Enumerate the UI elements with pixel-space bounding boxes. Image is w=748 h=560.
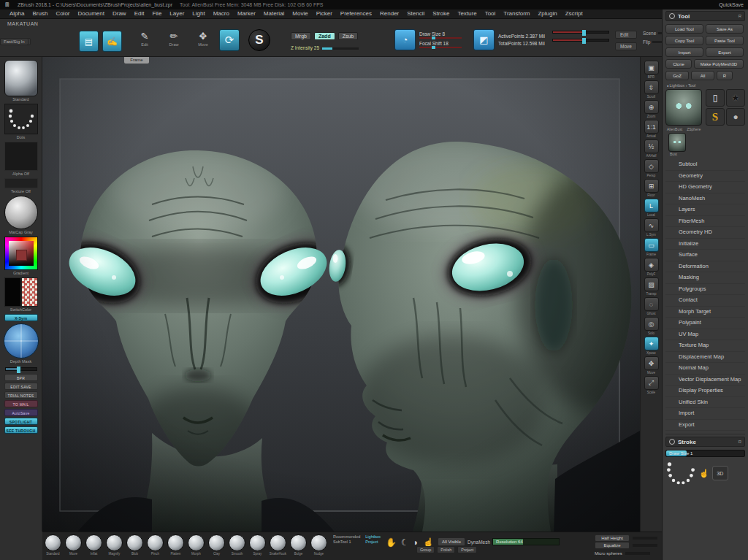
subpalette-row[interactable]: Display Properties [665, 386, 745, 397]
brush-preset[interactable]: Nudge [310, 534, 328, 556]
menu-item[interactable]: Color [52, 9, 73, 18]
polyf-icon[interactable]: ◈ PolyF [644, 258, 659, 276]
brush-preset[interactable]: Inflat [85, 534, 103, 556]
subpalette-row[interactable]: Polypaint [665, 318, 745, 329]
brush-preset[interactable]: Magnify [105, 534, 123, 556]
menu-item[interactable]: Macro [210, 9, 233, 18]
quick-pick-tool[interactable]: ▯ [706, 89, 725, 107]
stroke-3d-chip[interactable]: 3D [712, 466, 728, 480]
ghost-icon[interactable]: ◌ Ghost [644, 297, 659, 315]
solo-icon[interactable]: ◎ Solo [644, 317, 659, 335]
subpalette-row[interactable]: Initialize [665, 239, 745, 250]
brush-preset[interactable]: Bulge [289, 534, 308, 556]
brush-preset[interactable]: Pinch [146, 534, 164, 556]
stroke-palette-header[interactable]: Stroke R [665, 437, 745, 447]
brush-preset[interactable]: Standard [44, 534, 62, 556]
subpalette-row[interactable]: NanoMesh [665, 193, 745, 205]
actual-size-icon[interactable]: 1:1 Actual [644, 120, 659, 138]
quicksave-button[interactable]: QuickSave [719, 2, 744, 7]
shelf-slider[interactable] [552, 39, 609, 42]
subpalette-row[interactable]: Texture Map [665, 340, 745, 352]
subpalette-row[interactable]: Masking [665, 272, 745, 284]
mode-button[interactable]: ✎ Edit [135, 31, 154, 47]
subpalette-row[interactable]: Geometry [665, 171, 745, 183]
dynamesh-toggle[interactable]: Group [416, 546, 435, 553]
left-tray-button[interactable]: TRIAL NOTES [4, 391, 38, 399]
xpose-icon[interactable]: ✦ Xpose [644, 337, 659, 355]
menu-item[interactable]: File [148, 9, 165, 18]
subpalette-row[interactable]: FiberMesh [665, 216, 745, 228]
rotate-mode-button[interactable]: ⟳ [219, 29, 240, 51]
dynamesh-toggle[interactable]: Project [457, 546, 477, 553]
subpalette-row[interactable]: HD Geometry [665, 182, 745, 193]
floor-icon[interactable]: ⊞ Floor [644, 179, 659, 197]
subpalette-row[interactable]: Displacement Map [665, 352, 745, 364]
subpalette-row[interactable]: UV Map [665, 329, 745, 341]
subpalette-row[interactable]: Subtool [665, 159, 745, 171]
tool-button[interactable]: Export [706, 47, 744, 57]
zadd-button[interactable]: Zadd [314, 32, 335, 40]
z-intensity-slider[interactable]: Z Intensity 25 [291, 45, 359, 50]
recent-tool-thumbnail[interactable] [668, 133, 686, 152]
draw-size-slider[interactable]: Draw Size 8 [419, 31, 462, 39]
menu-item[interactable]: Draw [109, 9, 130, 18]
lasso-icon[interactable]: ☾ [401, 537, 409, 548]
draw-size-icon[interactable]: ◔ [394, 29, 416, 50]
quick-pick-tool[interactable]: ★ [726, 89, 745, 107]
tool-button[interactable]: Load Tool [665, 24, 703, 34]
brush-preset[interactable]: Smooth [228, 534, 246, 556]
subpalette-row[interactable]: Vector Displacement Map [665, 375, 745, 386]
current-tool-thumbnail[interactable] [665, 89, 702, 126]
subpalette-row[interactable]: Polygroups [665, 284, 745, 296]
menu-item[interactable]: Document [75, 9, 108, 18]
transp-icon[interactable]: ▨ Transp [644, 277, 659, 296]
shelf-small-button[interactable]: Fast/Sig In [0, 38, 28, 45]
tool-button[interactable]: R [717, 71, 733, 80]
brush-preset[interactable]: Clay [207, 534, 226, 556]
menu-item[interactable]: Edit [131, 9, 148, 18]
lightbox-button[interactable]: ▤ [79, 31, 99, 52]
depth-slider[interactable] [5, 367, 37, 371]
subpalette-row[interactable]: Geometry HD [665, 227, 745, 239]
brush-preset[interactable]: Move [64, 534, 83, 556]
menu-item[interactable]: Light [188, 9, 208, 18]
tool-palette-header[interactable]: Tool R [665, 11, 745, 21]
menu-item[interactable]: Material [260, 9, 288, 18]
menu-item[interactable]: Texture [454, 9, 480, 18]
texture-selector[interactable] [4, 178, 38, 188]
menu-item[interactable]: Marker [234, 9, 259, 18]
brush-preset[interactable]: SnakeHook [269, 534, 287, 556]
menu-item[interactable]: Zscript [562, 9, 587, 18]
dynamesh-label[interactable]: DynaMesh [468, 540, 490, 545]
tool-button[interactable]: Import [665, 47, 703, 57]
material-selector[interactable] [4, 196, 38, 229]
mrgb-button[interactable]: Mrgb [291, 32, 311, 40]
subpalette-row[interactable]: Normal Map [665, 363, 745, 375]
move-icon[interactable]: ✥ Move [644, 356, 659, 375]
zsub-button[interactable]: Zsub [338, 32, 359, 40]
xsym-button[interactable]: X-Sym [4, 314, 38, 321]
quicksketch-button[interactable]: ✍ [102, 31, 122, 52]
subpalette-row[interactable]: Deformation [665, 261, 745, 273]
left-tray-button[interactable]: TO MAIL [4, 400, 38, 407]
menu-item[interactable]: Stencil [403, 9, 428, 18]
menu-item[interactable]: Picker [313, 9, 336, 18]
current-brush-icon[interactable]: S [248, 29, 270, 51]
brush-preset[interactable]: Flatten [167, 534, 185, 556]
alpha-selector[interactable] [4, 142, 38, 171]
quick-pick-tool[interactable]: S [706, 108, 725, 126]
micro-spheres-label[interactable]: Micro spheres [595, 551, 622, 556]
shelf-right-button[interactable]: Move [615, 42, 637, 50]
menu-item[interactable]: Zplugin [534, 9, 560, 18]
tray-teal-line[interactable]: Lightbox [365, 534, 381, 540]
tool-button[interactable]: Copy Tool [665, 36, 703, 45]
switch-color-label[interactable]: SwitchColor [10, 307, 31, 312]
secondary-color-swatch[interactable] [21, 277, 38, 307]
quick-pick-tool[interactable]: ● [726, 108, 745, 126]
menu-item[interactable]: Layer [166, 9, 188, 18]
mode-button[interactable]: ✥ Move [194, 31, 213, 47]
shelf-slider[interactable] [552, 31, 609, 34]
tool-button[interactable]: Paste Tool [706, 36, 744, 45]
stroke-dots-widget[interactable] [665, 459, 696, 487]
mode-button[interactable]: ✏ Draw [164, 31, 183, 47]
